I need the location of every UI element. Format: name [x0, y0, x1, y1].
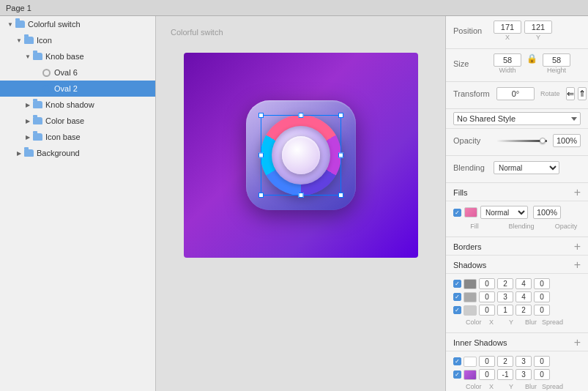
shadow-3-spread[interactable]	[534, 305, 550, 316]
sidebar-item-color-base[interactable]: ▶ Color base	[0, 113, 155, 129]
fill-label: Fill	[470, 223, 479, 230]
shadow-2-color[interactable]	[464, 292, 477, 302]
shadow-1-blur[interactable]	[516, 278, 532, 289]
dial-center	[282, 136, 320, 174]
artboard-label: Colorful switch	[171, 28, 223, 37]
size-width-item: Width	[494, 53, 521, 74]
width-label: Width	[499, 67, 516, 74]
shadows-title: Shadows	[453, 261, 486, 269]
folder-icon	[32, 132, 42, 142]
flip-horizontal-button[interactable]: ⇐	[566, 87, 575, 100]
sidebar-item-label: Oval 2	[54, 84, 78, 93]
opacity-slider[interactable]	[496, 140, 547, 142]
sidebar-item-icon[interactable]: ▼ Icon	[0, 32, 155, 48]
expand-arrow: ▶	[23, 133, 32, 141]
opacity-label: Opacity	[453, 136, 494, 145]
page-label: Page 1	[6, 4, 31, 12]
shadows-add-button[interactable]: +	[574, 259, 581, 271]
shadow-2-spread[interactable]	[534, 291, 550, 302]
fill-color-swatch[interactable]	[464, 207, 477, 217]
position-label: Position	[453, 26, 494, 35]
canvas-area[interactable]: Colorful switch	[156, 16, 445, 391]
shared-style-select[interactable]: No Shared Style	[453, 112, 581, 125]
inner-shadow-1-blur[interactable]	[516, 356, 532, 367]
sidebar-item-knob-shadow[interactable]: ▶ Knob shadow	[0, 97, 155, 113]
shadow-1-spread[interactable]	[534, 278, 550, 289]
shadow-2-y[interactable]	[497, 291, 513, 302]
shadow-1-checkbox[interactable]	[453, 280, 461, 288]
inner-shadow-2-color[interactable]	[464, 370, 477, 380]
inner-shadow-1-y[interactable]	[497, 356, 513, 367]
inner-shadow-2-blur[interactable]	[516, 369, 532, 380]
x-label: X	[505, 34, 510, 41]
flip-vertical-button[interactable]: ⇑	[578, 87, 587, 100]
shadow-3-color[interactable]	[464, 305, 477, 316]
sidebar-item-oval-2[interactable]: Oval 2	[0, 81, 155, 97]
fills-section: Normal Fill Blending Opacity	[446, 201, 588, 237]
rotate-input[interactable]	[496, 87, 535, 100]
fill-opacity-input[interactable]	[533, 206, 561, 219]
shadow-1-x[interactable]	[479, 278, 495, 289]
sidebar-item-label: Colorful switch	[28, 20, 81, 29]
inner-shadow-2-x[interactable]	[479, 369, 495, 380]
fill-blending-select[interactable]: Normal	[480, 206, 528, 219]
shadow-item-3	[453, 305, 581, 316]
blending-select[interactable]: Normal	[494, 161, 559, 174]
position-x-input[interactable]	[494, 21, 521, 34]
shadow-3-checkbox[interactable]	[453, 306, 461, 314]
inner-shadow-2-checkbox[interactable]	[453, 370, 461, 379]
inner-shadow-2-y[interactable]	[497, 369, 513, 380]
borders-add-button[interactable]: +	[574, 241, 581, 253]
size-inputs: Width 🔒 Height	[494, 53, 581, 74]
fills-add-button[interactable]: +	[574, 187, 581, 198]
top-bar: Page 1	[0, 0, 588, 16]
shadow-3-y[interactable]	[497, 305, 513, 316]
size-height-input[interactable]	[543, 53, 570, 67]
shadow-1-y[interactable]	[497, 278, 513, 289]
inner-shadow-item-2	[453, 369, 581, 380]
opacity-input[interactable]	[553, 134, 581, 147]
fill-checkbox[interactable]	[453, 209, 461, 217]
position-inputs: X Y	[494, 21, 581, 41]
shadow-x-label: X	[489, 319, 494, 326]
sidebar-item-background[interactable]: ▶ Background	[0, 145, 155, 161]
inner-shadow-1-color[interactable]	[464, 357, 477, 367]
inner-shadow-1-x[interactable]	[479, 356, 495, 367]
inner-shadow-1-spread[interactable]	[534, 356, 550, 367]
shadow-1-color[interactable]	[464, 279, 477, 289]
sidebar-item-colorful-switch[interactable]: ▼ Colorful switch	[0, 16, 155, 32]
folder-icon	[32, 100, 42, 110]
expand-arrow: ▼	[23, 52, 32, 61]
folder-icon	[23, 148, 34, 158]
shadow-spread-label: Spread	[542, 319, 563, 326]
rotate-label: Rotate	[540, 90, 560, 97]
fills-title: Fills	[453, 188, 468, 197]
inner-shadow-1-checkbox[interactable]	[453, 357, 461, 365]
expand-arrow	[32, 84, 41, 93]
sidebar-item-oval-6[interactable]: Oval 6	[0, 64, 155, 81]
opacity-row: Opacity	[453, 133, 581, 148]
shadow-3-x[interactable]	[479, 305, 495, 316]
shadow-3-blur[interactable]	[516, 305, 532, 316]
inner-shadows-add-button[interactable]: +	[574, 337, 581, 349]
lock-icon[interactable]: 🔒	[526, 53, 537, 74]
sidebar-item-label: Color base	[45, 116, 84, 125]
sidebar-item-icon-base[interactable]: ▶ Icon base	[0, 129, 155, 145]
shadow-2-blur[interactable]	[516, 291, 532, 302]
artboard[interactable]	[184, 53, 418, 258]
right-panel: Position X Y Size	[445, 16, 588, 391]
inner-shadow-2-spread[interactable]	[534, 369, 550, 380]
expand-arrow: ▶	[15, 149, 23, 157]
shadow-2-x[interactable]	[479, 291, 495, 302]
inner-spread-label: Spread	[542, 383, 563, 390]
size-width-input[interactable]	[494, 53, 521, 67]
selection-handle-bl	[258, 193, 264, 198]
sidebar-item-label: Knob base	[45, 52, 84, 61]
inner-shadows-section: Color X Y Blur Spread	[446, 351, 588, 391]
shadow-y-label: Y	[509, 319, 513, 326]
position-y-input[interactable]	[524, 21, 552, 34]
fill-labels-row: Fill Blending Opacity	[453, 221, 581, 230]
sidebar-item-knob-base[interactable]: ▼ Knob base	[0, 48, 155, 64]
shadow-2-checkbox[interactable]	[453, 293, 461, 301]
app-icon-container	[242, 97, 360, 214]
